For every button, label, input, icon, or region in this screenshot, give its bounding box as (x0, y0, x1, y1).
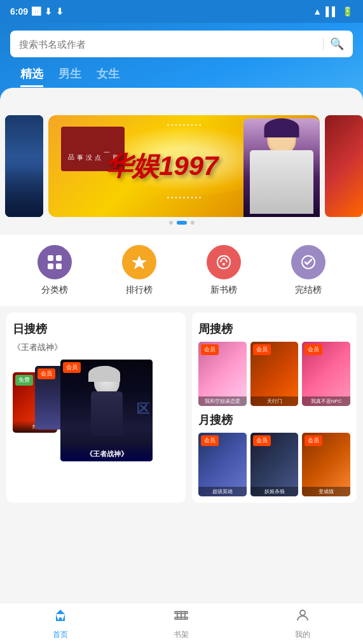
nav-shelf[interactable]: 书架 (121, 603, 242, 644)
monthly-book-1[interactable]: 会员 超级英雄 (198, 433, 247, 497)
banner-main[interactable]: • • • • • • • • • • • • • • • • • • 胖一点没… (48, 115, 320, 217)
profile-icon (295, 608, 310, 627)
download1-icon: ⬇ (45, 6, 52, 17)
category-completed[interactable]: 完结榜 (291, 245, 325, 296)
search-icon[interactable]: 🔍 (330, 37, 344, 51)
daily-rank-top-book: 《王者战神》 (13, 342, 179, 353)
daily-book-main-badge: 会员 (63, 362, 81, 373)
svg-rect-0 (48, 255, 53, 261)
weekly-book-2[interactable]: 会员 天行门 (250, 342, 299, 406)
tab-male[interactable]: 男生 (58, 66, 81, 87)
tab-female[interactable]: 女生 (97, 66, 120, 87)
monthly-rank-title: 月搜榜 (198, 412, 350, 428)
notification-icon: 🅰 (32, 6, 41, 17)
monthly-book-3[interactable]: 会员 变成猫 (302, 433, 350, 497)
search-divider (323, 38, 324, 50)
search-bar[interactable]: 🔍 (10, 31, 353, 57)
monthly-book-3-badge: 会员 (305, 435, 322, 446)
category-completed-icon (291, 245, 325, 279)
category-sorted-label: 分类榜 (41, 284, 68, 296)
dot-2[interactable] (177, 221, 187, 225)
bottom-nav: 首页 书架 我的 (0, 603, 363, 644)
tab-featured[interactable]: 精选 (20, 66, 43, 87)
svg-rect-3 (56, 263, 62, 269)
daily-rank-books: 免费 炸 会员 会员 (13, 360, 179, 465)
dot-3[interactable] (191, 221, 195, 225)
monthly-book-1-badge: 会员 (201, 435, 219, 446)
monthly-books: 会员 超级英雄 会员 妖姬杀狼 会员 变成猫 (198, 433, 350, 497)
weekly-books: 会员 我和空姐谈恋爱 会员 天行门 会员 我真不是NPC (198, 342, 350, 406)
signal-icon: ▌▌ (325, 6, 338, 17)
weekly-book-3-title: 我真不是NPC (302, 396, 350, 406)
weekly-book-1[interactable]: 会员 我和空姐谈恋爱 (198, 342, 247, 406)
category-rank[interactable]: 排行榜 (122, 245, 156, 296)
monthly-book-2-title: 妖姬杀狼 (250, 487, 299, 496)
categories-section: 分类榜 排行榜 新书榜 (0, 235, 363, 306)
status-bar: 6:09 🅰 ⬇ ⬇ ▲ ▌▌ 🔋 (0, 0, 363, 23)
category-sorted[interactable]: 分类榜 (38, 245, 72, 296)
daily-book-main[interactable]: 会员 区 《王者战神》 (60, 360, 153, 461)
category-completed-label: 完结榜 (295, 284, 322, 296)
banner-side-left (5, 115, 43, 217)
category-new-label: 新书榜 (210, 284, 237, 296)
download2-icon: ⬇ (56, 6, 64, 17)
category-sorted-icon (38, 245, 72, 279)
svg-rect-1 (56, 255, 62, 261)
monthly-rank-section: 月搜榜 会员 超级英雄 会员 妖姬杀狼 (198, 412, 350, 497)
category-new-icon (207, 245, 241, 279)
tab-bar: 精选 男生 女生 (10, 57, 353, 87)
banner-section: • • • • • • • • • • • • • • • • • • 胖一点没… (0, 106, 363, 235)
svg-rect-2 (48, 263, 53, 269)
weekly-book-2-title: 天行门 (250, 396, 299, 406)
banner-side-right (325, 115, 363, 217)
banner-dots (0, 217, 363, 228)
svg-point-12 (300, 610, 305, 615)
search-input[interactable] (19, 39, 317, 50)
nav-home-label: 首页 (53, 629, 68, 640)
monthly-book-3-title: 变成猫 (302, 487, 350, 496)
weekly-book-1-title: 我和空姐谈恋爱 (198, 396, 247, 406)
daily-rank-title: 日搜榜 (13, 321, 179, 337)
nav-profile[interactable]: 我的 (242, 603, 363, 644)
nav-home[interactable]: 首页 (0, 603, 121, 644)
status-time: 6:09 (10, 6, 28, 17)
banner-character (243, 118, 320, 217)
svg-point-5 (223, 263, 225, 265)
nav-shelf-label: 书架 (174, 629, 189, 640)
battery-icon: 🔋 (342, 6, 353, 17)
nav-profile-label: 我的 (295, 629, 310, 640)
daily-rank-panel: 日搜榜 《王者战神》 免费 炸 会员 会员 (6, 312, 186, 503)
weekly-rank-panel: 周搜榜 会员 我和空姐谈恋爱 会员 天行门 会员 我真 (192, 312, 357, 503)
main-content: • • • • • • • • • • • • • • • • • • 胖一点没… (0, 106, 363, 619)
dot-1[interactable] (169, 221, 173, 225)
weekly-book-2-badge: 会员 (253, 344, 271, 355)
svg-marker-4 (132, 255, 147, 269)
category-new[interactable]: 新书榜 (207, 245, 241, 296)
wifi-icon: ▲ (313, 6, 322, 17)
shelf-icon (174, 608, 189, 627)
daily-book-2-badge: 会员 (38, 368, 55, 379)
monthly-book-1-title: 超级英雄 (198, 487, 247, 496)
banner-title: 华娱1997 (106, 153, 218, 179)
home-icon (53, 608, 68, 627)
weekly-book-3-badge: 会员 (305, 344, 322, 355)
weekly-book-3[interactable]: 会员 我真不是NPC (302, 342, 350, 406)
category-rank-label: 排行榜 (126, 284, 153, 296)
daily-book-main-title: 《王者战神》 (60, 442, 153, 461)
daily-book-1-badge: 免费 (15, 375, 33, 386)
category-rank-icon (122, 245, 156, 279)
banner-slider[interactable]: • • • • • • • • • • • • • • • • • • 胖一点没… (0, 115, 363, 217)
weekly-book-1-badge: 会员 (201, 344, 219, 355)
monthly-book-2[interactable]: 会员 妖姬杀狼 (250, 433, 299, 497)
weekly-rank-title: 周搜榜 (198, 321, 350, 337)
header-area: 🔍 精选 男生 女生 (0, 23, 363, 106)
monthly-book-2-badge: 会员 (253, 435, 271, 446)
rank-panels-row: 日搜榜 《王者战神》 免费 炸 会员 会员 (0, 312, 363, 503)
